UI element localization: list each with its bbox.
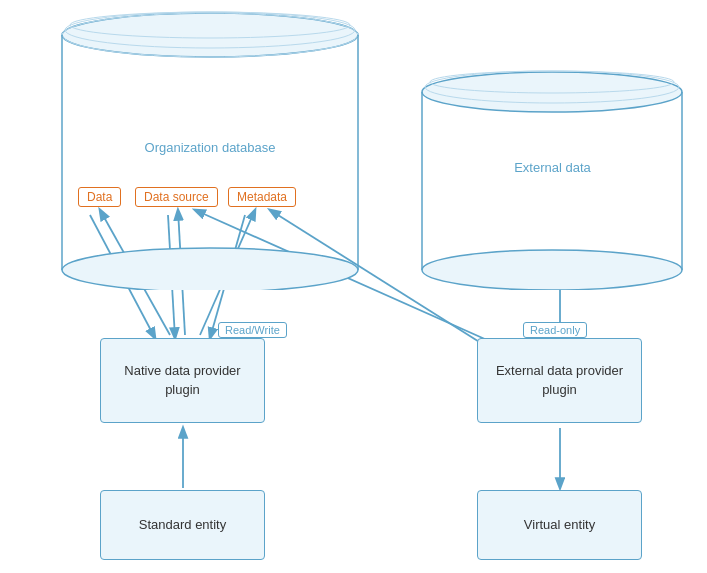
data-tag: Data	[78, 187, 121, 207]
svg-point-17	[62, 248, 358, 290]
svg-point-23	[422, 250, 682, 290]
org-database-cylinder: Organization database Data Data source M…	[60, 10, 360, 290]
diagram: Organization database Data Data source M…	[0, 0, 707, 573]
metadata-tag: Metadata	[228, 187, 296, 207]
external-plugin-label: External data provider plugin	[496, 362, 623, 398]
standard-entity-label: Standard entity	[139, 516, 226, 534]
read-only-label: Read-only	[523, 322, 587, 338]
read-write-label: Read/Write	[218, 322, 287, 338]
ext-data-cylinder: External data	[420, 70, 685, 290]
native-plugin-label: Native data provider plugin	[124, 362, 240, 398]
data-source-tag: Data source	[135, 187, 218, 207]
native-plugin-box: Native data provider plugin	[100, 338, 265, 423]
external-plugin-box: External data provider plugin	[477, 338, 642, 423]
virtual-entity-label: Virtual entity	[524, 516, 595, 534]
ext-data-label: External data	[420, 160, 685, 175]
virtual-entity-box: Virtual entity	[477, 490, 642, 560]
svg-point-18	[422, 72, 682, 112]
org-db-label: Organization database	[60, 140, 360, 155]
standard-entity-box: Standard entity	[100, 490, 265, 560]
